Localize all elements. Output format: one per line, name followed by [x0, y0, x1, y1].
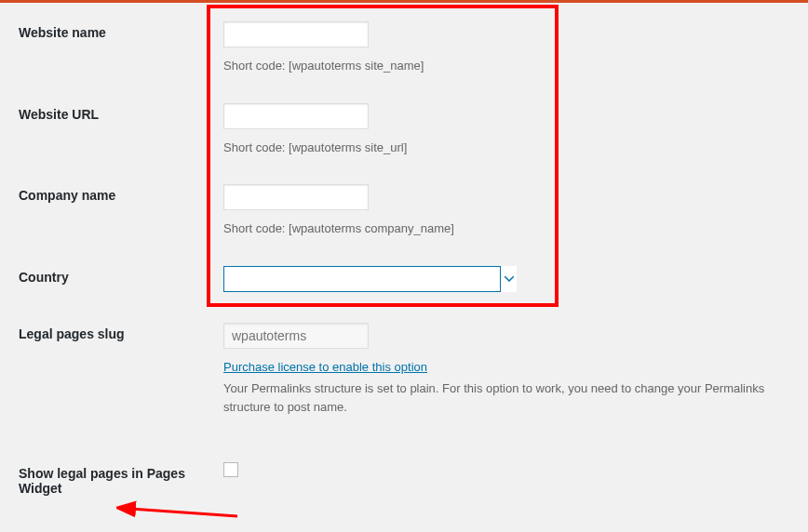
purchase-license-link[interactable]: Purchase license to enable this option: [223, 360, 427, 374]
country-select[interactable]: [223, 266, 517, 292]
website-url-row: Website URL Short code: [wpautoterms sit…: [0, 94, 808, 176]
website-name-row: Website name Short code: [wpautoterms si…: [0, 12, 808, 94]
company-name-label: Company name: [19, 184, 223, 203]
website-url-field: Short code: [wpautoterms site_url]: [223, 103, 808, 157]
website-url-label: Website URL: [19, 103, 223, 122]
country-select-wrapper[interactable]: [223, 266, 517, 292]
legal-slug-help-block: Purchase license to enable this option Y…: [223, 358, 789, 417]
chevron-down-icon: [500, 266, 517, 292]
show-widget-row: Show legal pages in Pages Widget: [0, 434, 808, 514]
legal-slug-row: Legal pages slug Purchase license to ena…: [0, 313, 808, 435]
country-row: Country: [0, 257, 808, 313]
country-field: [223, 266, 808, 295]
website-url-input[interactable]: [223, 103, 369, 129]
website-url-shortcode: Short code: [wpautoterms site_url]: [223, 139, 789, 157]
legal-slug-help-text: Your Permalinks structure is set to plai…: [223, 379, 789, 416]
country-label: Country: [19, 266, 223, 285]
company-name-row: Company name Short code: [wpautoterms co…: [0, 175, 808, 257]
company-name-field: Short code: [wpautoterms company_name]: [223, 184, 808, 238]
website-name-shortcode: Short code: [wpautoterms site_name]: [223, 57, 789, 75]
settings-form: Website name Short code: [wpautoterms si…: [0, 3, 808, 532]
legal-slug-field: Purchase license to enable this option Y…: [223, 323, 808, 417]
website-name-label: Website name: [19, 21, 223, 40]
company-name-shortcode: Short code: [wpautoterms company_name]: [223, 219, 789, 238]
company-name-input[interactable]: [223, 184, 369, 210]
show-widget-field: [223, 462, 808, 480]
website-name-field: Short code: [wpautoterms site_name]: [223, 21, 808, 75]
show-widget-label: Show legal pages in Pages Widget: [19, 462, 223, 496]
website-name-input[interactable]: [223, 21, 369, 47]
show-widget-checkbox[interactable]: [223, 462, 238, 477]
legal-slug-input: [223, 323, 369, 349]
legal-slug-label: Legal pages slug: [19, 323, 223, 341]
